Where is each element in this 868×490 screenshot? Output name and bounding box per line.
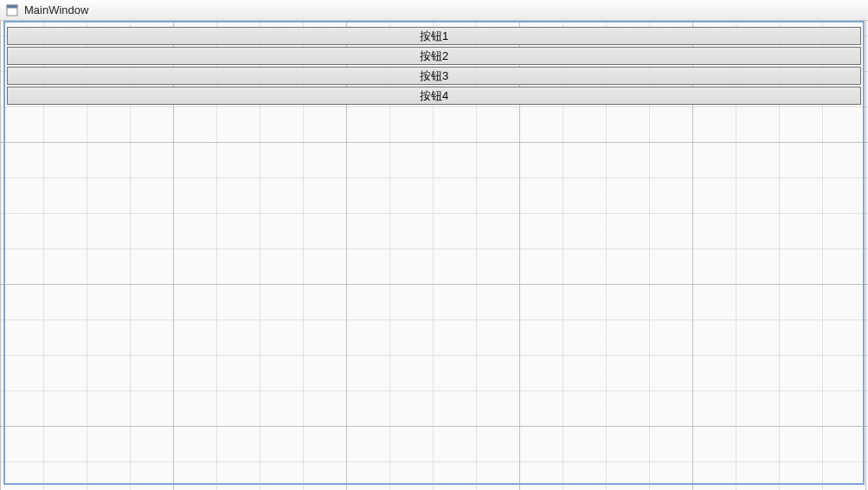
svg-rect-1 — [7, 5, 17, 8]
window-title: MainWindow — [24, 3, 88, 16]
button-4[interactable]: 按钮4 — [7, 87, 861, 105]
button-1[interactable]: 按钮1 — [7, 27, 861, 45]
buttons-panel: 按钮1 按钮2 按钮3 按钮4 — [5, 23, 863, 106]
button-3[interactable]: 按钮3 — [7, 67, 861, 85]
button-2[interactable]: 按钮2 — [7, 47, 861, 65]
designer-surface[interactable]: 按钮1 按钮2 按钮3 按钮4 — [3, 21, 865, 485]
window-title-bar: MainWindow — [0, 0, 868, 21]
window-icon — [5, 3, 19, 17]
